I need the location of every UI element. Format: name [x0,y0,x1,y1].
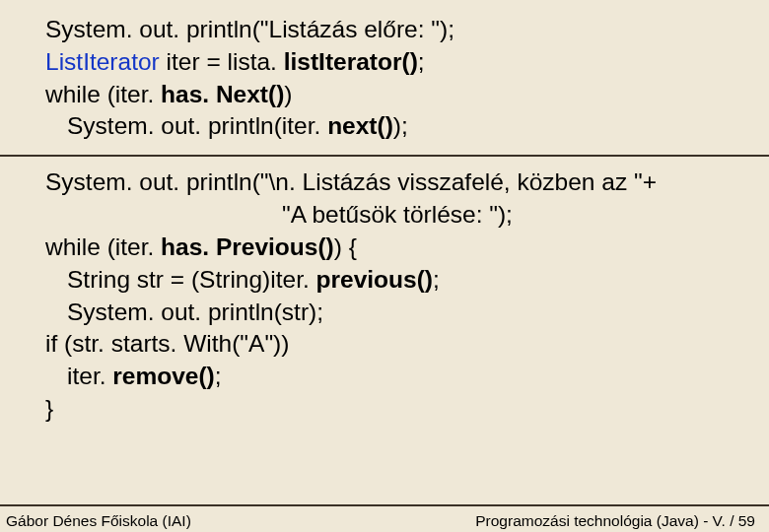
code-line: String str = (String)iter. previous(); [45,264,761,297]
code-block: System. out. println("Listázás előre: ")… [0,0,769,426]
divider [0,155,769,157]
code-call: listIterator() [284,48,418,75]
code-text: System. out. println("\n. Listázás vissz… [45,168,657,195]
code-text: while (iter. [45,233,161,260]
footer-left: Gábor Dénes Főiskola (IAI) [6,512,191,530]
code-call: next() [327,112,393,139]
slide: System. out. println("Listázás előre: ")… [0,0,769,532]
code-text: iter. [67,363,112,389]
code-line: while (iter. has. Next()) [45,79,761,111]
code-text: System. out. println("Listázás előre: ")… [45,16,454,42]
code-line: if (str. starts. With("A")) [45,328,761,361]
code-call: has. Previous() [161,233,334,260]
code-text: ) { [334,233,357,260]
code-call: remove() [112,363,214,389]
code-text: System. out. println(iter. [67,112,327,139]
code-text: ; [418,48,425,75]
code-line: } [45,393,761,426]
code-line: System. out. println("\n. Listázás vissz… [45,166,761,199]
code-text: ) [284,81,292,107]
code-line: ListIterator iter = lista. listIterator(… [45,46,761,79]
code-call: has. Next() [161,81,284,107]
code-text: ); [393,112,408,139]
code-text: "A betűsök törlése: "); [282,201,513,228]
code-line: System. out. println("Listázás előre: ")… [45,14,761,46]
code-text: } [45,395,53,422]
code-line: "A betűsök törlése: "); [45,199,761,232]
code-text: ; [215,363,222,389]
code-line: System. out. println(str); [45,297,761,329]
code-line: System. out. println(iter. next()); [45,110,761,143]
code-text: ; [433,266,440,293]
code-text: String str = (String)iter. [67,266,316,293]
code-text: System. out. println(str); [67,299,323,325]
code-type: ListIterator [45,48,160,75]
code-text: iter = lista. [160,48,284,75]
footer-right: Programozási technológia (Java) - V. / 5… [475,512,755,530]
code-line: while (iter. has. Previous()) { [45,232,761,264]
code-line: iter. remove(); [45,361,761,393]
footer: Gábor Dénes Főiskola (IAI) Programozási … [0,504,769,532]
code-text: while (iter. [45,81,161,107]
code-text: if (str. starts. With("A")) [45,330,289,357]
code-call: previous() [316,266,433,293]
